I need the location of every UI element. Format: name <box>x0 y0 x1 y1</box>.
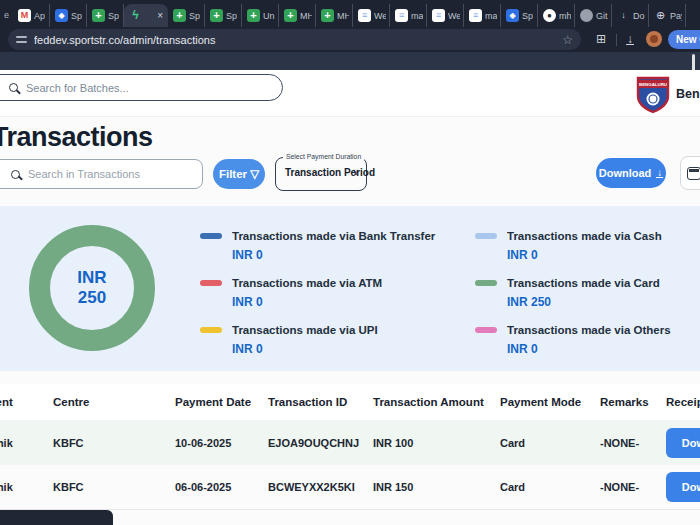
doc-icon: ≡ <box>469 9 482 22</box>
legend-value: INR 0 <box>507 342 671 356</box>
browser-tab[interactable]: ◆Sp <box>501 4 538 27</box>
tab-title-fragment[interactable]: e <box>2 10 13 27</box>
cell-remarks: -NONE- <box>600 481 666 493</box>
cell-payment-date: 06-06-2025 <box>175 481 268 493</box>
cell-mode: Card <box>500 481 600 493</box>
col-receipt: Receipt <box>666 396 700 408</box>
col-transaction-id: Transaction ID <box>268 396 373 408</box>
tab-title: ma <box>485 11 497 21</box>
legend-item-card: Transactions made via Card INR 250 <box>475 277 660 309</box>
cell-amount: INR 150 <box>373 481 500 493</box>
tab-title: Git <box>596 11 608 21</box>
circle-gray-icon <box>580 9 593 22</box>
browser-tab[interactable]: ◆Sp <box>50 4 87 27</box>
globe-icon: ⊕ <box>654 9 667 22</box>
batches-search-input[interactable]: Search for Batches... <box>0 74 283 101</box>
browser-tab-active[interactable]: ϟ× <box>124 4 168 27</box>
doc-icon: ≡ <box>395 9 408 22</box>
payment-duration-select[interactable]: Select Payment Duration Transaction Peri… <box>275 157 367 191</box>
browser-tab[interactable]: +Sp <box>205 4 242 27</box>
app-green-icon: + <box>92 9 105 22</box>
browser-tab[interactable]: ≡ma <box>390 4 427 27</box>
tab-title: mh <box>559 11 571 21</box>
new-chrome-button[interactable]: New Chr <box>668 30 700 49</box>
svg-text:BENGALURU: BENGALURU <box>639 82 667 87</box>
profile-avatar[interactable] <box>646 31 662 47</box>
browser-tab[interactable]: ≡We <box>353 4 390 27</box>
payments-summary-panel: INR 250 Transactions made via Bank Trans… <box>0 206 700 371</box>
browser-tab[interactable]: Git <box>575 4 612 27</box>
calendar-icon <box>687 167 700 180</box>
downloads-icon[interactable]: ↓ <box>626 32 634 46</box>
browser-chrome: e MAp◆Sp+Spϟ×+Sp+Sp+Un+MH+MH≡We≡ma≡We≡ma… <box>0 0 700 52</box>
download-report-button[interactable]: Download ↓ <box>596 158 666 188</box>
legend-swatch <box>475 327 497 333</box>
club-identity: BENGALURU Ben <box>636 70 700 117</box>
search-icon <box>11 170 20 179</box>
filter-button[interactable]: Filter ▽ <box>213 159 265 189</box>
col-payment-date: Payment Date <box>175 396 268 408</box>
tab-close-icon[interactable]: × <box>157 10 165 21</box>
legend-item-bank-transfer: Transactions made via Bank Transfer INR … <box>200 230 435 262</box>
receipt-download-button[interactable]: Download <box>666 428 700 458</box>
legend-value: INR 0 <box>232 342 378 356</box>
cell-centre: KBFC <box>53 437 175 449</box>
extensions-icon[interactable]: ⊞ <box>596 32 606 46</box>
col-payment-mode: Payment Mode <box>500 396 600 408</box>
legend-label: Transactions made via Cash <box>507 230 662 242</box>
legend-label: Transactions made via Card <box>507 277 660 289</box>
receipt-download-button[interactable]: Download <box>666 472 700 502</box>
tab-title: Pay <box>670 11 682 21</box>
cell-amount: INR 100 <box>373 437 500 449</box>
browser-status-bubble <box>0 510 113 525</box>
col-transaction-amount: Transaction Amount <box>373 396 500 408</box>
browser-tab[interactable]: ≡ma <box>464 4 501 27</box>
browser-tab[interactable]: +Sp <box>168 4 205 27</box>
page-content: Search for Batches... BENGALURU Ben Tran… <box>0 52 700 525</box>
legend-swatch <box>475 280 497 286</box>
site-info-icon[interactable] <box>16 35 27 44</box>
download-icon: ↓ <box>617 9 630 22</box>
club-name: Ben <box>676 87 700 101</box>
tab-title: Sp <box>71 11 82 21</box>
browser-tab[interactable]: MAp <box>13 4 50 27</box>
app-header: Search for Batches... BENGALURU Ben <box>0 70 700 117</box>
browser-tab[interactable]: ↓Do <box>612 4 649 27</box>
bookmark-star-icon[interactable]: ☆ <box>562 33 573 47</box>
tab-title: Un <box>263 11 275 21</box>
payment-duration-value: Transaction Period <box>285 167 375 178</box>
tab-title: ma <box>411 11 423 21</box>
toolbar-divider <box>616 34 617 46</box>
url-text[interactable]: feddev.sportstr.co/admin/transactions <box>34 34 555 46</box>
app-blue-icon: ◆ <box>506 9 519 22</box>
address-bar[interactable]: feddev.sportstr.co/admin/transactions ☆ <box>8 29 581 50</box>
legend-item-atm: Transactions made via ATM INR 0 <box>200 277 382 309</box>
app-green-icon: + <box>173 9 186 22</box>
tab-title: Sp <box>108 11 119 21</box>
legend-value: INR 250 <box>507 295 660 309</box>
browser-toolbar: feddev.sportstr.co/admin/transactions ☆ … <box>0 27 700 52</box>
app-green-icon: + <box>210 9 223 22</box>
col-centre: Centre <box>53 396 175 408</box>
legend-value: INR 0 <box>232 295 382 309</box>
batches-search-placeholder: Search for Batches... <box>26 82 129 94</box>
table-row: Kaushik KBFC 06-06-2025 BCWEYXX2K5KI INR… <box>0 465 700 510</box>
legend-value: INR 0 <box>232 248 435 262</box>
app-green-icon: + <box>284 9 297 22</box>
calendar-button[interactable] <box>680 156 700 190</box>
browser-tab[interactable]: +MH <box>279 4 316 27</box>
app-green-icon: + <box>321 9 334 22</box>
tab-title: MH <box>337 11 349 21</box>
browser-tab[interactable]: ⊕Pay <box>649 4 686 27</box>
transactions-search-input[interactable]: Search in Transactions <box>0 159 203 189</box>
cell-centre: KBFC <box>53 481 175 493</box>
tab-title: We <box>448 11 460 21</box>
browser-tab[interactable]: ●mh <box>538 4 575 27</box>
app-green-icon: + <box>247 9 260 22</box>
browser-tab[interactable]: +Un <box>242 4 279 27</box>
browser-tab[interactable]: +Sp <box>87 4 124 27</box>
browser-tab[interactable]: ≡We <box>427 4 464 27</box>
table-header-row: Student Centre Payment Date Transaction … <box>0 384 700 420</box>
browser-tab[interactable]: +MH <box>316 4 353 27</box>
downloads-arrow: ↓ <box>626 34 634 45</box>
